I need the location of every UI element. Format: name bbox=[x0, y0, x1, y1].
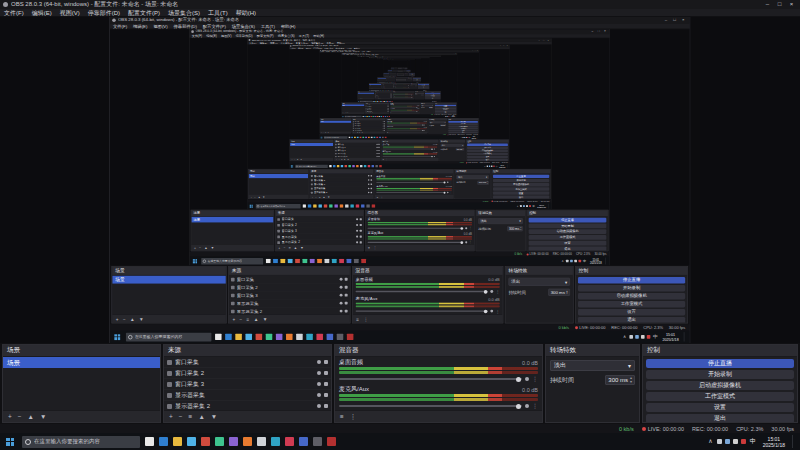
tray-caret-icon[interactable]: ∧ bbox=[708, 433, 712, 450]
taskbar-app-icon bbox=[337, 334, 344, 341]
duration-label: 持续时间 bbox=[421, 107, 424, 108]
taskbar-app-icon[interactable] bbox=[201, 437, 210, 446]
sources-list: 窗口采集 窗口采集 2 窗口采集 3 bbox=[381, 84, 394, 88]
menu-item-edit[interactable]: 编辑(E) bbox=[28, 9, 56, 17]
speaker-icon[interactable] bbox=[525, 377, 529, 381]
menu-item-view[interactable]: 视图(V) bbox=[56, 9, 84, 17]
speaker-icon[interactable] bbox=[525, 404, 529, 408]
taskbar-app-icon[interactable] bbox=[257, 437, 266, 446]
lock-icon[interactable] bbox=[324, 360, 328, 364]
spinner-down-icon[interactable]: ▾ bbox=[630, 380, 632, 384]
taskbar-app-icon[interactable] bbox=[145, 437, 154, 446]
preview-canvas[interactable]: OBS 28.0.3 (64-bit, windows) - 配置文件: 未命名… bbox=[0, 17, 800, 343]
taskbar-app-icon[interactable] bbox=[159, 437, 168, 446]
minimize-button[interactable]: – bbox=[762, 0, 773, 9]
spinner-arrows-icon[interactable]: ▴ ▾ bbox=[630, 376, 632, 384]
source-down-icon[interactable]: ▼ bbox=[211, 411, 217, 422]
taskbar-app-icon[interactable] bbox=[733, 439, 738, 444]
source-type-icon bbox=[353, 125, 354, 126]
start-recording-button: 开始录制 bbox=[435, 106, 456, 107]
tray-caret-icon: ∧ bbox=[484, 164, 485, 169]
menu-item-profile[interactable]: 配置文件(P) bbox=[124, 9, 164, 17]
source-properties-icon[interactable]: ≡ bbox=[189, 411, 193, 422]
volume-slider[interactable] bbox=[339, 405, 522, 407]
volume-slider-knob[interactable] bbox=[516, 377, 521, 382]
taskbar-app-icon[interactable] bbox=[299, 437, 308, 446]
mixer-channel-mic-aux: 麦克风/Aux 0.0 dB ⋮ bbox=[397, 75, 405, 76]
channel-menu-icon[interactable]: ⋮ bbox=[532, 402, 538, 410]
visibility-eye-icon[interactable] bbox=[317, 404, 321, 408]
remove-scene-icon[interactable]: − bbox=[18, 411, 22, 422]
studio-mode-button[interactable]: 工作室模式 bbox=[646, 392, 794, 401]
scene-up-icon[interactable]: ▲ bbox=[28, 411, 34, 422]
add-scene-icon[interactable]: + bbox=[8, 411, 12, 422]
taskbar-clock[interactable]: 15:01 2025/1/18 bbox=[760, 436, 788, 448]
source-item[interactable]: 显示器采集 bbox=[164, 390, 331, 401]
source-label: 窗口采集 bbox=[382, 84, 393, 85]
transition-select[interactable]: 淡出 ▾ bbox=[550, 360, 635, 371]
add-source-icon[interactable]: + bbox=[169, 411, 173, 422]
lock-icon[interactable] bbox=[324, 404, 328, 408]
close-button[interactable]: × bbox=[786, 0, 797, 9]
ime-indicator[interactable]: 中 bbox=[750, 437, 756, 446]
source-item[interactable]: 窗口采集 3 bbox=[164, 379, 331, 390]
duration-label: 持续时间 bbox=[456, 181, 465, 184]
source-type-icon bbox=[231, 309, 235, 313]
menu-item-file[interactable]: 文件(F) bbox=[0, 9, 28, 17]
cpu-usage: CPU: 2.3% bbox=[492, 162, 499, 164]
source-item[interactable]: 窗口采集 2 bbox=[164, 368, 331, 379]
menu-item-help[interactable]: 帮助(H) bbox=[232, 9, 260, 17]
mixer-settings-icon[interactable]: ≡ bbox=[340, 411, 344, 422]
exit-button[interactable]: 退出 bbox=[646, 414, 794, 422]
sources-toolbar: + − ≡ ▲ ▼ bbox=[164, 410, 331, 422]
source-up-icon[interactable]: ▲ bbox=[198, 411, 204, 422]
lock-icon[interactable] bbox=[324, 382, 328, 386]
taskbar-app-icon[interactable] bbox=[215, 437, 224, 446]
settings-button[interactable]: 设置 bbox=[646, 403, 794, 412]
start-button[interactable] bbox=[3, 435, 17, 448]
volume-slider-knob bbox=[431, 156, 432, 157]
transition-select: 淡出 ▾ bbox=[407, 78, 412, 79]
start-virtual-camera-button[interactable]: 启动虚拟摄像机 bbox=[646, 381, 794, 390]
volume-slider-knob[interactable] bbox=[516, 404, 521, 409]
menu-item-scene-collection[interactable]: 场景集合(S) bbox=[164, 9, 204, 17]
scene-down-icon[interactable]: ▼ bbox=[40, 411, 46, 422]
visibility-eye-icon[interactable] bbox=[317, 360, 321, 364]
show-desktop-button[interactable] bbox=[792, 435, 797, 448]
stop-streaming-button[interactable]: 停止直播 bbox=[646, 359, 794, 368]
maximize-button[interactable]: □ bbox=[774, 0, 785, 9]
channel-menu-icon[interactable]: ⋮ bbox=[532, 375, 538, 383]
dock-area: 场景 场景 + − ▲ ▼ 来源 bbox=[320, 118, 480, 134]
taskbar-app-icon[interactable] bbox=[243, 437, 252, 446]
taskbar-app-icon[interactable] bbox=[741, 439, 746, 444]
lock-icon[interactable] bbox=[324, 393, 328, 397]
source-item: 窗口采集 3 bbox=[365, 108, 389, 110]
taskbar-app-icon[interactable] bbox=[717, 439, 722, 444]
mixer-menu-icon[interactable]: ⋮ bbox=[350, 411, 357, 422]
visibility-eye-icon[interactable] bbox=[317, 371, 321, 375]
taskbar-app-icon[interactable] bbox=[725, 439, 730, 444]
duration-spinner[interactable]: 300 ms ▴ ▾ bbox=[605, 375, 635, 385]
source-item: 窗口采集 bbox=[310, 174, 373, 178]
taskbar-app-icon[interactable] bbox=[313, 437, 322, 446]
menu-item-docks[interactable]: 停靠部件(D) bbox=[84, 9, 124, 17]
source-item[interactable]: 窗口采集 bbox=[164, 357, 331, 368]
taskbar-app-icon[interactable] bbox=[271, 437, 280, 446]
scene-item[interactable]: 场景 bbox=[3, 357, 160, 368]
taskbar-app-icon[interactable] bbox=[187, 437, 196, 446]
menu-item-tools[interactable]: 工具(T) bbox=[204, 9, 232, 17]
taskbar-app-icon[interactable] bbox=[327, 437, 336, 446]
start-recording-button[interactable]: 开始录制 bbox=[646, 370, 794, 379]
menu-item-file: 文件(F) bbox=[289, 47, 297, 49]
taskbar-app-icon[interactable] bbox=[173, 437, 182, 446]
lock-icon[interactable] bbox=[324, 371, 328, 375]
taskbar-app-icon[interactable] bbox=[285, 437, 294, 446]
taskbar-app-icon[interactable] bbox=[229, 437, 238, 446]
source-item[interactable]: 显示器采集 2 bbox=[164, 401, 331, 410]
taskbar-search[interactable]: 在这里输入你要搜索的内容 bbox=[22, 436, 140, 448]
visibility-eye-icon[interactable] bbox=[317, 382, 321, 386]
volume-slider[interactable] bbox=[339, 378, 522, 380]
remove-source-icon[interactable]: − bbox=[179, 411, 183, 422]
source-label: 窗口采集 2 bbox=[237, 284, 338, 291]
visibility-eye-icon[interactable] bbox=[317, 393, 321, 397]
